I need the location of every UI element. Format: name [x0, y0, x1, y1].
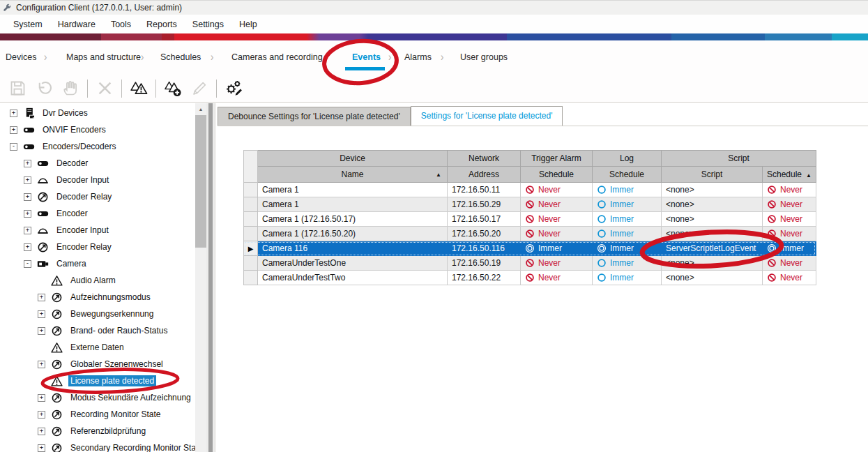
column-header-script-4[interactable]: Script	[662, 167, 763, 183]
cell-device-name[interactable]: Camera 1	[258, 197, 448, 212]
tree-item-globaler-szenenwechsel[interactable]: +Globaler Szenenwechsel	[0, 356, 195, 372]
cell-log-schedule[interactable]: Immer	[593, 197, 662, 212]
breadcrumb-item-schedules[interactable]: Schedules	[160, 52, 201, 62]
expand-icon[interactable]: +	[24, 193, 31, 201]
tree-item-modus-sekund-re-aufzeichnung[interactable]: +Modus Sekundäre Aufzeichnung	[0, 389, 195, 406]
panel-splitter[interactable]	[206, 103, 215, 452]
tree-item-encoder-input[interactable]: +Encoder Input	[0, 222, 195, 239]
column-header-schedule-2[interactable]: Schedule	[521, 167, 593, 183]
cell-script[interactable]: <none>	[662, 256, 763, 271]
tab-settings-for-license-plate-detected[interactable]: Settings for 'License plate detected'	[411, 106, 563, 126]
expand-icon[interactable]: +	[38, 361, 45, 368]
edit-button[interactable]	[186, 77, 213, 100]
column-group-log[interactable]: Log	[593, 151, 662, 167]
table-row[interactable]: Camera 1172.16.50.29NeverImmer<none>Neve…	[244, 197, 816, 212]
expand-icon[interactable]: +	[38, 444, 45, 452]
tree-item-decoder[interactable]: +Decoder	[0, 155, 195, 172]
expand-icon[interactable]: +	[38, 294, 45, 301]
tree-item-decoder-relay[interactable]: +Decoder Relay	[0, 188, 195, 205]
row-selector[interactable]: ▶	[244, 241, 258, 256]
cell-network-address[interactable]: 172.16.50.19	[448, 256, 521, 271]
tree-item-aufzeichnungsmodus[interactable]: +Aufzeichnungsmodus	[0, 289, 195, 306]
events-button[interactable]	[125, 77, 152, 100]
save-button[interactable]	[4, 77, 31, 100]
cell-trigger-alarm-schedule[interactable]: Never	[521, 227, 593, 241]
row-selector[interactable]	[244, 197, 258, 212]
expand-icon[interactable]: +	[38, 411, 45, 419]
cell-device-name[interactable]: CameraUnderTestTwo	[258, 271, 448, 285]
column-header-schedule-3[interactable]: Schedule	[593, 167, 662, 183]
tab-debounce-settings-for-license-plate-dete[interactable]: Debounce Settings for 'License plate det…	[218, 107, 411, 126]
column-header-address-1[interactable]: Address	[448, 167, 521, 183]
tree-item-onvif-encoders[interactable]: +ONVIF Encoders	[0, 121, 195, 138]
cell-network-address[interactable]: 172.16.50.20	[448, 227, 521, 241]
cell-script[interactable]: <none>	[662, 183, 763, 197]
table-row[interactable]: Camera 1 (172.16.50.20)172.16.50.20Never…	[244, 227, 816, 241]
column-group-trigger-alarm[interactable]: Trigger Alarm	[521, 151, 593, 167]
tree-item-camera[interactable]: -Camera	[0, 255, 195, 272]
cell-script[interactable]: <none>	[662, 271, 763, 285]
cell-script-schedule[interactable]: Never	[763, 197, 816, 212]
tree-item-recording-monitor-state[interactable]: +Recording Monitor State	[0, 406, 195, 423]
cell-script-schedule[interactable]: Never	[763, 212, 816, 227]
breadcrumb-item-maps-and-structure[interactable]: Maps and structure	[66, 52, 141, 62]
column-group-script[interactable]: Script	[662, 151, 816, 167]
row-selector[interactable]	[244, 271, 258, 285]
column-header-name-0[interactable]: Name▲	[258, 167, 448, 183]
cell-script[interactable]: ServerScriptletLogEvent	[662, 241, 763, 256]
column-header-schedule-5[interactable]: Schedule▲	[763, 167, 816, 183]
menu-item-tools[interactable]: Tools	[103, 17, 139, 32]
cell-script-schedule[interactable]: Never	[763, 256, 816, 271]
expand-icon[interactable]: +	[38, 327, 45, 335]
column-group-device[interactable]: Device	[258, 151, 448, 167]
tree-item-encoder[interactable]: +Encoder	[0, 205, 195, 222]
pan-hand-button[interactable]	[57, 77, 84, 100]
menu-item-help[interactable]: Help	[231, 17, 265, 32]
cell-script-schedule[interactable]: Immer	[763, 241, 816, 256]
menu-item-hardware[interactable]: Hardware	[50, 17, 103, 32]
cell-script[interactable]: <none>	[662, 227, 763, 241]
collapse-icon[interactable]: -	[24, 260, 31, 268]
row-selector[interactable]	[244, 183, 258, 197]
menu-item-system[interactable]: System	[6, 17, 50, 32]
expand-icon[interactable]: +	[38, 310, 45, 318]
tree-item-encoders-decoders[interactable]: -Encoders/Decoders	[0, 138, 195, 155]
cell-trigger-alarm-schedule[interactable]: Never	[521, 212, 593, 227]
add-event-button[interactable]	[160, 77, 186, 100]
cell-device-name[interactable]: Camera 1 (172.16.50.20)	[258, 227, 448, 241]
cell-trigger-alarm-schedule[interactable]: Never	[521, 271, 593, 285]
scrollbar-thumb[interactable]	[195, 115, 206, 248]
cell-log-schedule[interactable]: Immer	[593, 212, 662, 227]
row-selector[interactable]	[244, 227, 258, 241]
table-row[interactable]: CameraUnderTestTwo172.16.50.22NeverImmer…	[244, 271, 816, 285]
tree-item-externe-daten[interactable]: +Externe Daten	[0, 339, 195, 356]
tree-item-brand-oder-rauch-status[interactable]: +Brand- oder Rauch-Status	[0, 322, 195, 339]
cell-log-schedule[interactable]: Immer	[593, 241, 662, 256]
breadcrumb-item-user-groups[interactable]: User groups	[460, 52, 508, 62]
expand-icon[interactable]: +	[24, 176, 31, 184]
cell-script-schedule[interactable]: Never	[763, 183, 816, 197]
cell-network-address[interactable]: 172.16.50.29	[448, 197, 521, 212]
tree-item-referenzbildpr-fung[interactable]: +Referenzbildprüfung	[0, 423, 195, 439]
cell-script[interactable]: <none>	[662, 212, 763, 227]
cell-device-name[interactable]: Camera 1 (172.16.50.17)	[258, 212, 448, 227]
tree-item-bewegungserkennung[interactable]: +Bewegungserkennung	[0, 306, 195, 322]
expand-icon[interactable]: +	[38, 394, 45, 402]
cell-network-address[interactable]: 172.16.50.11	[448, 183, 521, 197]
cell-device-name[interactable]: Camera 1	[258, 183, 448, 197]
cell-script[interactable]: <none>	[662, 197, 763, 212]
cell-log-schedule[interactable]: Immer	[593, 183, 662, 197]
cell-log-schedule[interactable]: Immer	[593, 256, 662, 271]
breadcrumb-item-devices[interactable]: Devices	[6, 52, 36, 62]
expand-icon[interactable]: +	[24, 210, 31, 218]
cell-trigger-alarm-schedule[interactable]: Immer	[521, 241, 593, 256]
scriptlet-settings-button[interactable]	[220, 77, 247, 100]
expand-icon[interactable]: +	[10, 126, 17, 134]
tree-item-audio-alarm[interactable]: +Audio Alarm	[0, 272, 195, 289]
tree-item-dvr-devices[interactable]: +Dvr Devices	[0, 105, 195, 121]
expand-icon[interactable]: +	[10, 110, 17, 117]
expand-icon[interactable]: +	[24, 227, 31, 234]
breadcrumb-item-cameras-and-recording[interactable]: Cameras and recording	[231, 52, 323, 62]
row-selector[interactable]	[244, 212, 258, 227]
tree-item-secondary-recording-monitor-stat[interactable]: +Secondary Recording Monitor Stat	[0, 439, 195, 452]
